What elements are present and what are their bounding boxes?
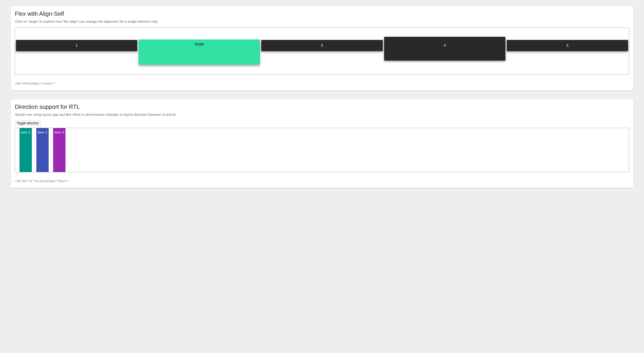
- code-hint: <div dir="ltr" fxLayoutGap="20px">: [15, 179, 629, 183]
- rtl-item-3[interactable]: item 3: [53, 128, 66, 172]
- rtl-direction-card: Direction support for RTL Simple row usi…: [11, 99, 633, 188]
- flex-align-self-card: Flex with Align-Self Click on 'target' t…: [11, 6, 633, 90]
- flex-item-3[interactable]: 3: [261, 40, 382, 51]
- code-hint: <div fxFlexAlign="center">: [15, 82, 629, 86]
- align-self-demo-frame: 1 target 3 4 5: [15, 28, 629, 75]
- rtl-demo-frame: item 1 item 2 item 3: [15, 128, 629, 172]
- card-subtitle: Click on 'target' to explore how 'flex-a…: [15, 20, 629, 24]
- rtl-item-2[interactable]: item 2: [36, 128, 49, 172]
- align-self-row: 1 target 3 4 5: [16, 29, 628, 74]
- card-subtitle: Simple row using layout gap and flex off…: [15, 112, 629, 116]
- toggle-direction-button[interactable]: Toggle direction: [15, 121, 41, 126]
- rtl-item-1[interactable]: item 1: [20, 128, 32, 172]
- card-title: Direction support for RTL: [15, 104, 629, 110]
- flex-item-target[interactable]: target: [138, 40, 260, 64]
- flex-item-1[interactable]: 1: [16, 40, 137, 51]
- flex-item-4[interactable]: 4: [384, 37, 506, 60]
- card-title: Flex with Align-Self: [15, 10, 629, 17]
- flex-item-5[interactable]: 5: [507, 40, 628, 51]
